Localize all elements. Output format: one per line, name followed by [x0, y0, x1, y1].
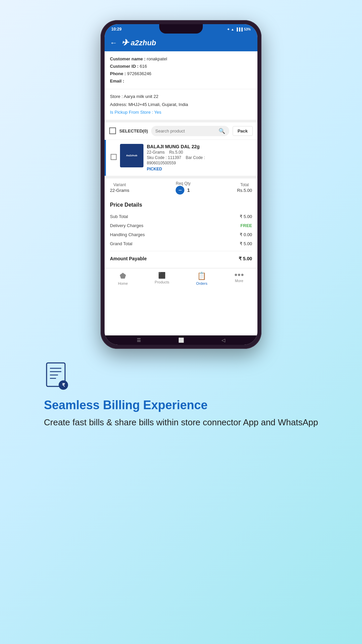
total-value: Rs.5.00	[237, 188, 252, 193]
address-label: Address:	[110, 102, 127, 107]
amount-payable-label: Amount Payable	[110, 256, 147, 261]
customer-name-value: ronakpatel	[147, 56, 167, 61]
pickup-row: Is Pickup From Store : Yes	[110, 108, 252, 116]
marketing-title: Seamless Billing Experience	[44, 398, 207, 412]
nav-more-label: More	[235, 279, 243, 283]
selected-label: SELECTED(0)	[119, 128, 148, 133]
bar-value: 8906010500559	[147, 161, 176, 165]
search-box[interactable]: 🔍	[151, 126, 229, 136]
svg-text:₹: ₹	[62, 382, 65, 388]
back-button[interactable]: ←	[110, 39, 117, 47]
customer-phone-label: Phone :	[110, 71, 126, 76]
customer-info-section: Customer name : ronakpatel Customer ID :…	[105, 51, 257, 89]
phone-shell: 10:29 ● ✦ ▲ ▐▐▐ 53% ← ✈ a2zhub	[101, 20, 261, 349]
customer-name-label: Customer name :	[110, 56, 145, 61]
customer-email-label: Email :	[110, 78, 124, 84]
sku-value: 111397	[168, 155, 181, 160]
picked-badge: PICKED	[147, 167, 162, 171]
qty-value: 1	[187, 187, 190, 193]
customer-email-row: Email :	[110, 77, 252, 85]
product-details: BALAJI MUNG DAL 22g 22-Grams Rs.5.00 Sku…	[147, 144, 254, 172]
product-price: Rs.5.00	[169, 150, 183, 155]
product-checkbox[interactable]	[111, 154, 117, 160]
sku-label: Sku Code :	[147, 155, 167, 160]
phone-system-nav: ☰ ⬜ ◁	[105, 335, 257, 345]
delivery-label: Delivery Charges	[110, 223, 143, 228]
customer-phone-row: Phone : 9726636246	[110, 70, 252, 77]
phone-screen: 10:29 ● ✦ ▲ ▐▐▐ 53% ← ✈ a2zhub	[105, 24, 257, 345]
nav-products[interactable]: ⬛ Products	[152, 271, 173, 286]
sub-total-value: ₹ 5.00	[240, 214, 252, 219]
nav-home-label: Home	[118, 281, 128, 285]
pack-button[interactable]: Pack	[233, 126, 253, 136]
total-col: Total Rs.5.00	[237, 182, 252, 193]
notch	[159, 24, 203, 34]
signal-icon: ▐▐▐	[236, 28, 243, 31]
system-menu-icon: ☰	[137, 337, 141, 343]
marketing-description: Create fast bills & share bills within s…	[44, 416, 318, 428]
more-icon: ●●●	[234, 272, 244, 278]
qty-control: − 1	[176, 186, 190, 195]
store-label: Store :	[110, 94, 123, 99]
product-name: BALAJI MUNG DAL 22g	[147, 144, 254, 149]
status-system-icons: ✦ ▲ ▐▐▐ 53%	[227, 28, 251, 31]
store-info-section: Store : Aarya milk unit 22 Address: MHJJ…	[105, 89, 257, 122]
store-name-row: Store : Aarya milk unit 22	[110, 93, 252, 100]
req-qty-label: Req Qty	[176, 181, 190, 186]
bluetooth-icon: ✦	[227, 28, 230, 31]
nav-home[interactable]: ⬟ Home	[115, 271, 131, 286]
amount-payable-row: Amount Payable ₹ 5.00	[110, 254, 252, 263]
search-input[interactable]	[155, 128, 216, 133]
sub-total-label: Sub Total	[110, 214, 128, 219]
product-meta: 22-Grams Rs.5.00	[147, 150, 254, 155]
sub-total-row: Sub Total ₹ 5.00	[110, 212, 252, 221]
bar-label: Bar Code :	[186, 155, 205, 160]
search-icon: 🔍	[219, 128, 225, 134]
nav-products-label: Products	[155, 280, 169, 284]
app-header: ← ✈ a2zhub	[105, 34, 257, 51]
search-row: SELECTED(0) 🔍 Pack	[105, 122, 257, 140]
customer-phone-value: 9726636246	[127, 71, 151, 76]
battery-icon: 53%	[244, 28, 251, 31]
grand-total-value: ₹ 5.00	[240, 241, 252, 246]
nav-orders[interactable]: 📋 Orders	[193, 271, 211, 286]
grand-total-row: Grand Total ₹ 5.00	[110, 239, 252, 248]
nav-orders-label: Orders	[196, 281, 207, 285]
marketing-section: ₹ Seamless Billing Experience Create fas…	[24, 362, 338, 429]
customer-id-row: Customer ID : 616	[110, 63, 252, 70]
variant-value: 22-Grams	[110, 188, 129, 193]
variant-col: Variant 22-Grams	[110, 182, 129, 193]
product-image: Aa2zhub	[120, 144, 143, 167]
orders-icon: 📋	[197, 272, 206, 280]
qty-col: Req Qty − 1	[176, 181, 190, 195]
pickup-label: Is Pickup From Store :	[110, 110, 153, 115]
wifi-icon: ▲	[231, 28, 234, 31]
price-details-title: Price Details	[110, 202, 252, 208]
product-border	[105, 140, 106, 176]
grand-total-label: Grand Total	[110, 241, 132, 246]
product-sku: Sku Code : 111397 Bar Code :	[147, 155, 254, 160]
customer-name-row: Customer name : ronakpatel	[110, 55, 252, 63]
price-section: Price Details Sub Total ₹ 5.00 Delivery …	[105, 197, 257, 268]
nav-more[interactable]: ●●● More	[231, 271, 247, 286]
status-time: 10:29	[111, 27, 122, 32]
app-name: a2zhub	[131, 39, 156, 47]
app-logo: ✈ a2zhub	[121, 38, 156, 48]
products-icon: ⬛	[158, 272, 166, 279]
variant-label: Variant	[110, 182, 129, 187]
amount-payable-value: ₹ 5.00	[239, 256, 252, 261]
customer-id-label: Customer ID :	[110, 64, 138, 69]
pickup-value: Yes	[154, 110, 161, 115]
price-divider	[110, 251, 252, 251]
total-label: Total	[237, 182, 252, 187]
store-address-row: Address: MHJJ+45 Limali, Gujarat, India	[110, 101, 252, 108]
handling-row: Handling Charges ₹ 0.00	[110, 230, 252, 239]
qty-minus-button[interactable]: −	[176, 186, 184, 195]
product-barcode-row: 8906010500559	[147, 161, 254, 165]
system-home-icon: ⬜	[178, 337, 184, 343]
home-icon: ⬟	[120, 272, 126, 280]
store-value: Aarya milk unit 22	[124, 94, 158, 99]
product-card: Aa2zhub BALAJI MUNG DAL 22g 22-Grams Rs.…	[105, 140, 257, 178]
select-all-checkbox[interactable]	[109, 127, 116, 134]
content-area: Customer name : ronakpatel Customer ID :…	[105, 51, 257, 335]
